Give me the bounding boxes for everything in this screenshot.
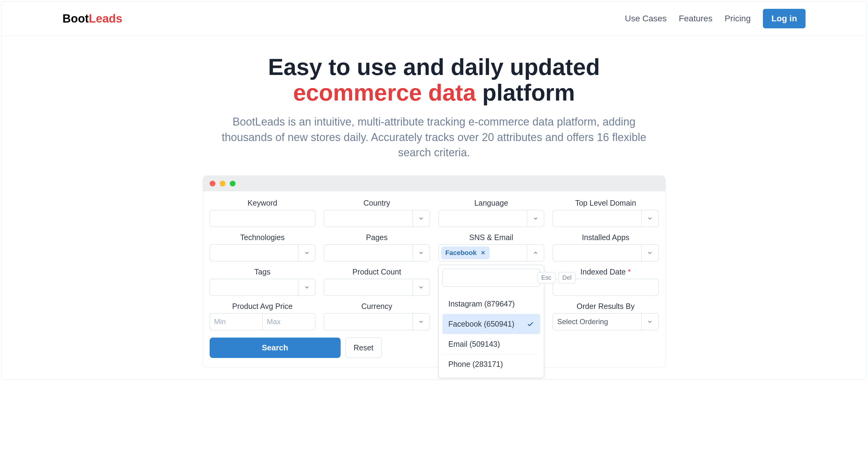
chevron-down-icon	[412, 210, 430, 227]
select-installed-apps[interactable]	[553, 244, 659, 262]
select-sns-email[interactable]: Facebook ✕	[438, 244, 545, 262]
chevron-down-icon	[412, 279, 430, 296]
field-technologies: Technologies	[210, 233, 316, 262]
kbd-del: Del	[558, 272, 576, 283]
logo-part2: Leads	[89, 12, 122, 25]
nav-use-cases[interactable]: Use Cases	[625, 14, 666, 24]
label-pages: Pages	[324, 233, 430, 242]
label-avg-price: Product Avg Price	[210, 302, 316, 311]
search-form: Keyword Country Language	[203, 191, 665, 367]
label-product-count: Product Count	[324, 268, 430, 276]
logo-part1: Boot	[62, 12, 89, 25]
input-price-min[interactable]	[210, 313, 262, 330]
traffic-light-green	[230, 181, 236, 186]
sns-dropdown-panel: Esc Del Instagram (879647) Facebook (650…	[438, 265, 545, 378]
login-button[interactable]: Log in	[763, 9, 806, 28]
chevron-up-icon	[527, 245, 544, 261]
field-country: Country	[324, 199, 430, 227]
order-by-placeholder: Select Ordering	[557, 317, 608, 326]
field-currency: Currency	[324, 302, 430, 330]
hero: Easy to use and daily updated ecommerce …	[190, 36, 678, 379]
traffic-light-yellow	[220, 181, 225, 186]
chevron-down-icon	[298, 245, 315, 261]
hero-title-pre: Easy to use and daily updated	[268, 54, 600, 80]
label-country: Country	[324, 199, 430, 208]
label-sns-email: SNS & Email	[438, 233, 545, 242]
tag-facebook: Facebook ✕	[441, 246, 490, 259]
select-tld[interactable]	[553, 210, 659, 227]
hero-subtitle: BootLeads is an intuitive, multi-attribu…	[221, 114, 647, 160]
field-tags: Tags	[210, 268, 316, 296]
field-installed-apps: Installed Apps	[553, 233, 659, 262]
select-product-count[interactable]	[324, 279, 430, 296]
dropdown-option-email[interactable]: Email (509143)	[442, 334, 540, 354]
kbd-hints: Esc Del	[537, 272, 576, 283]
hero-title-post: platform	[476, 80, 575, 105]
select-language[interactable]	[438, 210, 545, 227]
label-installed-apps: Installed Apps	[553, 233, 659, 242]
label-tags: Tags	[210, 268, 316, 276]
header: BootLeads Use Cases Features Pricing Log…	[2, 2, 866, 36]
label-order-by: Order Results By	[553, 302, 659, 311]
option-label: Facebook (650941)	[448, 319, 515, 329]
demo-browser-card: Keyword Country Language	[203, 176, 666, 367]
input-price-max[interactable]	[262, 313, 315, 330]
nav-features[interactable]: Features	[679, 14, 713, 24]
chevron-down-icon	[641, 210, 658, 227]
field-avg-price: Product Avg Price	[210, 302, 316, 330]
reset-button[interactable]: Reset	[345, 338, 382, 358]
field-language: Language	[438, 199, 545, 227]
field-tld: Top Level Domain	[553, 199, 659, 227]
label-language: Language	[438, 199, 545, 208]
traffic-light-red	[210, 181, 215, 186]
dropdown-option-instagram[interactable]: Instagram (879647)	[442, 294, 540, 314]
chevron-down-icon	[641, 313, 658, 330]
select-currency[interactable]	[324, 313, 430, 330]
required-asterisk: *	[628, 268, 631, 276]
option-label: Instagram (879647)	[448, 300, 515, 308]
form-actions: Search Reset	[210, 338, 659, 358]
nav-pricing[interactable]: Pricing	[724, 14, 751, 24]
select-technologies[interactable]	[210, 244, 316, 262]
option-label: Email (509143)	[448, 340, 500, 348]
field-product-count: Product Count	[324, 268, 430, 296]
chevron-down-icon	[641, 245, 658, 261]
chevron-down-icon	[298, 279, 315, 296]
label-tld: Top Level Domain	[553, 199, 659, 208]
dropdown-option-phone[interactable]: Phone (283171)	[442, 354, 540, 374]
label-keyword: Keyword	[210, 199, 316, 208]
field-order-by: Order Results By Select Ordering	[553, 302, 659, 330]
browser-traffic-lights	[203, 176, 665, 191]
chevron-down-icon	[412, 245, 430, 261]
dropdown-search[interactable]: Esc Del	[442, 269, 540, 287]
select-order-by[interactable]: Select Ordering	[553, 313, 659, 330]
nav: Use Cases Features Pricing Log in	[625, 9, 806, 28]
chevron-down-icon	[412, 313, 430, 330]
logo[interactable]: BootLeads	[62, 12, 122, 25]
field-sns-email: SNS & Email Facebook ✕	[438, 233, 545, 262]
hero-title: Easy to use and daily updated ecommerce …	[203, 54, 666, 105]
option-label: Phone (283171)	[448, 360, 503, 369]
select-country[interactable]	[324, 210, 430, 227]
check-icon	[527, 321, 534, 328]
label-currency: Currency	[324, 302, 430, 311]
dropdown-list: Instagram (879647) Facebook (650941) Ema…	[442, 294, 540, 374]
kbd-esc: Esc	[537, 272, 555, 283]
input-keyword[interactable]	[210, 210, 316, 227]
tag-remove-icon[interactable]: ✕	[481, 249, 485, 256]
dropdown-option-facebook[interactable]: Facebook (650941)	[442, 314, 540, 334]
search-button[interactable]: Search	[210, 338, 341, 358]
select-pages[interactable]	[324, 244, 430, 262]
dropdown-search-input[interactable]	[450, 274, 534, 282]
field-pages: Pages	[324, 233, 430, 262]
label-text: Indexed Date	[580, 268, 626, 276]
hero-title-accent: ecommerce data	[293, 80, 476, 105]
tag-label: Facebook	[445, 249, 477, 257]
select-tags[interactable]	[210, 279, 316, 296]
label-technologies: Technologies	[210, 233, 316, 242]
field-keyword: Keyword	[210, 199, 316, 227]
chevron-down-icon	[527, 210, 544, 227]
